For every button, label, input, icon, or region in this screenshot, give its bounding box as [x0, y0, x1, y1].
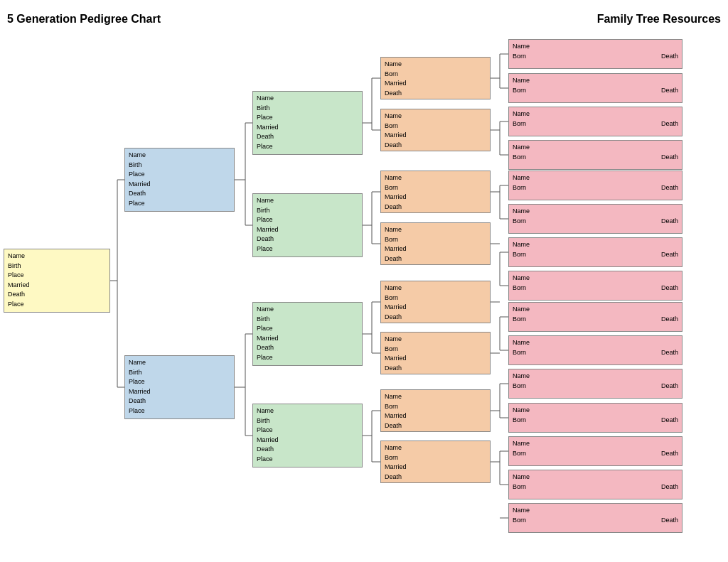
gen515-death: Death [661, 516, 678, 526]
gen41-name: Name [385, 60, 486, 70]
gen5-13-box: Name BornDeath [508, 436, 682, 466]
gen5-10-box: Name BornDeath [508, 335, 682, 365]
gen2b-married: Married [129, 387, 230, 397]
gen512-death: Death [661, 416, 678, 426]
gen4-3-box: Name Born Married Death [380, 171, 491, 213]
gen59-death: Death [661, 315, 678, 325]
gen5-15-box: Name BornDeath [508, 503, 682, 533]
gen42-born: Born [385, 121, 486, 131]
gen54-name: Name [513, 143, 678, 153]
gen46-name: Name [385, 335, 486, 345]
gen41-married: Married [385, 79, 486, 89]
gen2t-place2: Place [129, 199, 230, 209]
gen3-3-box: Name Birth Place Married Death Place [252, 302, 363, 366]
gen59-name: Name [513, 305, 678, 315]
gen33-place1: Place [257, 324, 358, 334]
gen47-married: Married [385, 411, 486, 421]
gen56-born: Born [513, 217, 526, 227]
gen41-death: Death [385, 89, 486, 99]
gen41-born: Born [385, 70, 486, 80]
gen43-born: Born [385, 183, 486, 193]
gen48-born: Born [385, 453, 486, 463]
gen514-born: Born [513, 482, 526, 492]
gen515-name: Name [513, 506, 678, 516]
gen1-place2: Place [8, 300, 106, 310]
gen44-married: Married [385, 244, 486, 254]
gen33-married: Married [257, 334, 358, 344]
gen2t-death: Death [129, 189, 230, 199]
gen44-born: Born [385, 235, 486, 245]
gen1-place1: Place [8, 271, 106, 281]
gen31-birth: Birth [257, 104, 358, 114]
gen57-born: Born [513, 250, 526, 260]
gen51-name: Name [513, 42, 678, 52]
gen32-birth: Birth [257, 206, 358, 216]
gen48-name: Name [385, 443, 486, 453]
gen47-name: Name [385, 392, 486, 402]
gen33-place2: Place [257, 353, 358, 363]
gen32-married: Married [257, 225, 358, 235]
gen34-death: Death [257, 445, 358, 455]
gen2t-name: Name [129, 151, 230, 161]
gen31-place1: Place [257, 113, 358, 123]
gen511-name: Name [513, 372, 678, 382]
gen1-name: Name [8, 252, 106, 261]
gen45-name: Name [385, 283, 486, 293]
gen32-place2: Place [257, 244, 358, 254]
gen3-1-box: Name Birth Place Married Death Place [252, 91, 363, 155]
gen54-born: Born [513, 153, 526, 163]
gen5-11-box: Name BornDeath [508, 369, 682, 399]
gen58-name: Name [513, 274, 678, 283]
gen33-death: Death [257, 343, 358, 353]
gen4-5-box: Name Born Married Death [380, 281, 491, 323]
gen513-name: Name [513, 439, 678, 449]
gen46-death: Death [385, 364, 486, 374]
gen2-top-box: Name Birth Place Married Death Place [124, 148, 235, 212]
gen5-14-box: Name BornDeath [508, 470, 682, 499]
gen31-place2: Place [257, 142, 358, 152]
gen2t-married: Married [129, 180, 230, 190]
gen47-born: Born [385, 402, 486, 412]
gen57-name: Name [513, 240, 678, 250]
gen4-7-box: Name Born Married Death [380, 389, 491, 432]
gen3-4-box: Name Birth Place Married Death Place [252, 404, 363, 468]
gen32-name: Name [257, 196, 358, 206]
gen515-born: Born [513, 516, 526, 526]
gen44-name: Name [385, 225, 486, 235]
gen53-born: Born [513, 119, 526, 129]
gen46-married: Married [385, 354, 486, 364]
gen43-death: Death [385, 202, 486, 212]
gen2b-place2: Place [129, 406, 230, 416]
gen55-born: Born [513, 183, 526, 193]
gen43-name: Name [385, 173, 486, 183]
gen34-birth: Birth [257, 416, 358, 426]
gen5-7-box: Name BornDeath [508, 237, 682, 267]
gen511-death: Death [661, 382, 678, 391]
gen33-birth: Birth [257, 315, 358, 325]
gen5-6-box: Name BornDeath [508, 204, 682, 234]
gen2t-place1: Place [129, 170, 230, 180]
gen513-death: Death [661, 449, 678, 459]
gen5-4-box: Name BornDeath [508, 140, 682, 170]
gen45-born: Born [385, 293, 486, 303]
gen3-2-box: Name Birth Place Married Death Place [252, 193, 363, 257]
gen45-death: Death [385, 313, 486, 323]
gen54-death: Death [661, 153, 678, 163]
gen55-death: Death [661, 183, 678, 193]
gen2-bot-box: Name Birth Place Married Death Place [124, 355, 235, 419]
gen2b-birth: Birth [129, 368, 230, 378]
gen32-death: Death [257, 234, 358, 244]
gen1-birth: Birth [8, 261, 106, 271]
gen5-12-box: Name BornDeath [508, 403, 682, 433]
gen52-name: Name [513, 76, 678, 86]
gen512-born: Born [513, 416, 526, 426]
gen52-death: Death [661, 86, 678, 96]
gen59-born: Born [513, 315, 526, 325]
gen48-married: Married [385, 463, 486, 472]
gen56-death: Death [661, 217, 678, 227]
gen34-place1: Place [257, 426, 358, 436]
gen43-married: Married [385, 193, 486, 202]
gen42-death: Death [385, 141, 486, 151]
chart-title: 5 Generation Pedigree Chart [7, 13, 161, 26]
gen58-born: Born [513, 283, 526, 293]
